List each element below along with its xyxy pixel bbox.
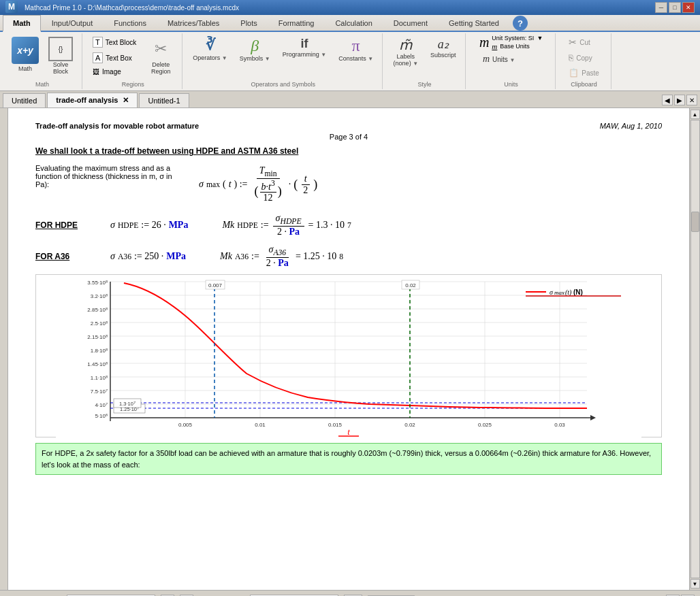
scroll-up-button[interactable]: ▲	[690, 110, 700, 119]
tab-input-output[interactable]: Input/Output	[42, 15, 104, 31]
subscript-label: Subscript	[430, 52, 456, 59]
units-icon: m	[483, 54, 490, 65]
svg-text:0.02: 0.02	[404, 422, 415, 428]
scroll-left	[0, 108, 8, 590]
tabs-close-button[interactable]: ✕	[686, 95, 697, 105]
tab-plots[interactable]: Plots	[230, 15, 267, 31]
page-header: Trade-off analysis for movable robot arm…	[35, 122, 662, 130]
footnote-box: For HDPE, a 2x safety factor for a 350lb…	[35, 443, 662, 475]
doc-tab-untitled[interactable]: Untitled	[3, 93, 46, 107]
ribbon-group-math: x+y Math {} SolveBlock Math	[3, 33, 82, 89]
tab-close-icon[interactable]: ✕	[123, 96, 129, 104]
doc-tab-untitled1[interactable]: Untitled-1	[139, 93, 189, 107]
image-button[interactable]: 🖼 Image	[89, 66, 140, 78]
symbols-icon: β	[251, 37, 259, 55]
svg-text:0.01: 0.01	[255, 422, 266, 428]
tab-calculation[interactable]: Calculation	[325, 15, 382, 31]
symbols-button[interactable]: β Symbols ▼	[236, 35, 274, 64]
delete-icon: ✂	[148, 37, 173, 61]
text-block-button[interactable]: T Text Block	[89, 35, 140, 50]
image-label: Image	[102, 68, 121, 76]
units-button[interactable]: m Units ▼	[479, 52, 519, 67]
close-button[interactable]: ✕	[682, 2, 695, 13]
labels-button[interactable]: m̃ Labels(none) ▼	[390, 35, 421, 69]
svg-text:2.15·10⁸: 2.15·10⁸	[87, 334, 108, 340]
ribbon-group-operators: ∛ Operators ▼ β Symbols ▼ if Programming…	[184, 33, 383, 89]
minimize-button[interactable]: ─	[655, 2, 667, 13]
regions-group-label: Regions	[122, 81, 144, 88]
svg-text:4·10⁷: 4·10⁷	[95, 402, 108, 408]
unit-system-dropdown[interactable]: ▼	[537, 35, 543, 42]
tab-formatting[interactable]: Formatting	[268, 15, 325, 31]
tab-document[interactable]: Document	[383, 15, 438, 31]
svg-text:0.015: 0.015	[328, 422, 343, 428]
math-btn-label: Math	[18, 65, 32, 72]
paste-label: Paste	[582, 69, 599, 77]
image-icon: 🖼	[93, 68, 99, 76]
constants-button[interactable]: π Constants ▼	[335, 35, 377, 64]
delete-region-button[interactable]: ✂ DeleteRegion	[145, 35, 176, 77]
unit-system-label: Unit System: SI	[492, 35, 534, 42]
page-date: MAW, Aug 1, 2010	[600, 122, 662, 130]
paste-button[interactable]: 📋 Paste	[565, 66, 603, 80]
content-row-formula: Evaluating the maximum stress and as a f…	[35, 164, 662, 205]
operators-button[interactable]: ∛ Operators ▼	[189, 35, 230, 63]
subscript-button[interactable]: a₂ Subscript	[427, 35, 460, 61]
scroll-right[interactable]: ▲ ▼	[689, 108, 700, 590]
svg-text:1.3·10⁷: 1.3·10⁷	[119, 401, 136, 407]
units-label: Units ▼	[492, 56, 515, 63]
math-button[interactable]: x+y Math	[8, 35, 42, 74]
svg-text:t: t	[347, 427, 350, 437]
copy-icon: ⎘	[569, 53, 573, 63]
ribbon-group-clipboard: ✂ Cut ⎘ Copy 📋 Paste Clipboard	[557, 33, 611, 89]
document-tabs: Untitled trade-off analysis ✕ Untitled-1…	[0, 91, 700, 108]
tab-functions[interactable]: Functions	[104, 15, 157, 31]
chart-container[interactable]: 3.55·10⁸ 3.2·10⁸ 2.85·10⁸ 2.5·10⁸ 2.15·1…	[35, 274, 662, 437]
title-bar: M Mathcad Prime 1.0 - D:\Mathcad\process…	[0, 0, 700, 15]
solve-block-button[interactable]: {} SolveBlock	[45, 35, 76, 77]
solve-btn-label: SolveBlock	[53, 61, 69, 75]
tab-getting-started[interactable]: Getting Started	[439, 15, 509, 31]
tab-matrices-tables[interactable]: Matrices/Tables	[157, 15, 229, 31]
svg-text:1.1·10⁸: 1.1·10⁸	[91, 375, 108, 381]
cut-button[interactable]: ✂ Cut	[565, 35, 594, 50]
hdpe-label: FOR HDPE	[35, 220, 90, 230]
ribbon-tabs: Math Input/Output Functions Matrices/Tab…	[0, 15, 700, 32]
svg-text:3.2·10⁸: 3.2·10⁸	[91, 293, 108, 299]
hdpe-sigma-eq: σHDPE := 26 · MPa	[110, 220, 188, 231]
m-underline-icon: m	[492, 42, 497, 50]
scroll-thumb[interactable]	[691, 212, 699, 232]
ribbon-group-style: m̃ Labels(none) ▼ a₂ Subscript Style	[384, 33, 466, 89]
scroll-down-button[interactable]: ▼	[690, 579, 700, 589]
text-box-button[interactable]: A Text Box	[89, 50, 140, 65]
programming-button[interactable]: if Programming ▼	[279, 35, 330, 60]
svg-text:1.8·10⁸: 1.8·10⁸	[91, 348, 108, 354]
subscript-icon: a₂	[438, 37, 449, 52]
document-page[interactable]: Trade-off analysis for movable robot arm…	[8, 108, 689, 590]
help-button[interactable]: ?	[513, 16, 528, 31]
intro-text: Evaluating the maximum stress and as a f…	[35, 164, 185, 188]
copy-button[interactable]: ⎘ Copy	[565, 51, 595, 65]
svg-text:0.03: 0.03	[554, 422, 565, 428]
hdpe-mk-eq: MkHDPE := σHDPE 2 · Pa = 1.3 · 107	[222, 213, 351, 237]
programming-icon: if	[300, 37, 308, 51]
svg-text:5·10⁶: 5·10⁶	[95, 413, 108, 419]
doc-tab-trade-off[interactable]: trade-off analysis ✕	[47, 93, 138, 107]
base-units-label: Base Units	[500, 43, 530, 50]
main-formula: σmax(t) := Tmin (	[199, 164, 662, 205]
a36-label: FOR A36	[35, 252, 90, 261]
text-box-icon: A	[93, 52, 103, 63]
units-m-icon: m	[479, 35, 489, 50]
tabs-next-button[interactable]: ▶	[674, 95, 685, 105]
maximize-button[interactable]: □	[669, 2, 681, 13]
main-area: Trade-off analysis for movable robot arm…	[0, 108, 700, 590]
svg-text:3.55·10⁸: 3.55·10⁸	[87, 280, 108, 286]
labels-icon: m̃	[399, 37, 412, 53]
tab-math[interactable]: Math	[3, 15, 41, 32]
page-number: Page 3 of 4	[35, 133, 662, 141]
a36-row: FOR A36 σA36 := 250 · MPa MkA36 := σA36 …	[35, 243, 662, 270]
operators-group-label: Operators and Symbols	[251, 81, 315, 88]
chart-svg: 3.55·10⁸ 3.2·10⁸ 2.85·10⁸ 2.5·10⁸ 2.15·1…	[36, 275, 661, 438]
tabs-prev-button[interactable]: ◀	[662, 95, 673, 105]
ribbon-content: x+y Math {} SolveBlock Math T Text Block	[0, 32, 700, 90]
